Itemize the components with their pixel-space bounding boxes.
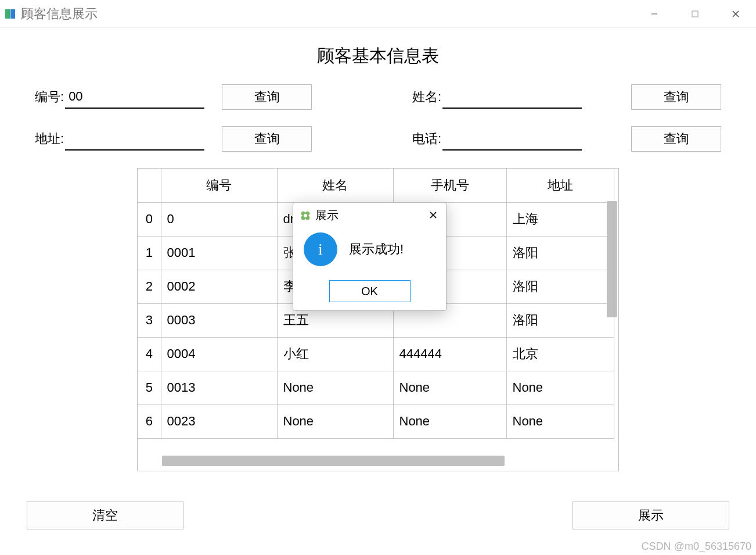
close-button[interactable] xyxy=(715,0,756,27)
page-title: 顾客基本信息表 xyxy=(23,44,733,68)
cell-id[interactable]: 0001 xyxy=(161,236,277,270)
id-field-group: 编号: 查询 xyxy=(35,84,378,110)
address-input[interactable] xyxy=(65,127,204,151)
cell-address[interactable]: None xyxy=(506,404,614,438)
cell-id[interactable]: 0003 xyxy=(161,303,277,337)
window-titlebar: 顾客信息展示 xyxy=(0,0,756,28)
table-row[interactable]: 50013NoneNoneNone xyxy=(138,371,614,404)
address-label: 地址: xyxy=(35,130,64,148)
info-icon: i xyxy=(304,232,337,266)
cell-id[interactable]: 0023 xyxy=(161,404,277,438)
row-index: 5 xyxy=(138,371,161,404)
dialog-titlebar[interactable]: 展示 xyxy=(293,203,446,225)
phone-input[interactable] xyxy=(442,127,582,151)
id-query-button[interactable]: 查询 xyxy=(222,84,312,110)
cell-name[interactable]: None xyxy=(277,404,393,438)
id-input[interactable] xyxy=(65,85,204,109)
bottom-bar: 清空 展示 xyxy=(23,502,733,529)
svg-point-10 xyxy=(304,214,307,217)
name-label: 姓名: xyxy=(412,88,441,106)
table-row[interactable]: 40004小红444444北京 xyxy=(138,337,614,371)
horizontal-scrollbar[interactable] xyxy=(162,456,505,466)
table-corner xyxy=(138,169,161,202)
row-index: 3 xyxy=(138,303,161,337)
row-index: 2 xyxy=(138,270,161,303)
cell-phone[interactable]: None xyxy=(393,404,506,438)
cell-id[interactable]: 0 xyxy=(161,202,277,236)
cell-phone[interactable]: 444444 xyxy=(393,337,506,371)
cell-name[interactable]: 小红 xyxy=(277,337,393,371)
window-title: 顾客信息展示 xyxy=(21,5,98,23)
id-label: 编号: xyxy=(35,88,64,106)
table-row[interactable]: 60023NoneNoneNone xyxy=(138,404,614,438)
filter-row-1: 编号: 查询 姓名: 查询 xyxy=(23,84,733,110)
titlebar-left: 顾客信息展示 xyxy=(5,5,98,23)
cell-address[interactable]: None xyxy=(506,371,614,404)
phone-query-button[interactable]: 查询 xyxy=(631,126,721,152)
row-index: 6 xyxy=(138,404,161,438)
address-query-button[interactable]: 查询 xyxy=(222,126,312,152)
cell-phone[interactable]: None xyxy=(393,371,506,404)
info-dialog: 展示 i 展示成功! OK xyxy=(293,202,447,311)
name-input[interactable] xyxy=(442,85,582,109)
cell-address[interactable]: 洛阳 xyxy=(506,303,614,337)
dialog-footer: OK xyxy=(293,277,446,310)
window-controls xyxy=(634,0,756,27)
phone-label: 电话: xyxy=(412,130,441,148)
row-index: 0 xyxy=(138,202,161,236)
watermark: CSDN @m0_56315670 xyxy=(642,540,751,553)
cell-id[interactable]: 0002 xyxy=(161,270,277,303)
cell-address[interactable]: 洛阳 xyxy=(506,236,614,270)
cell-id[interactable]: 0004 xyxy=(161,337,277,371)
cell-address[interactable]: 洛阳 xyxy=(506,270,614,303)
dialog-ok-button[interactable]: OK xyxy=(329,280,411,302)
svg-rect-3 xyxy=(692,11,698,17)
phone-field-group: 电话: 查询 xyxy=(378,126,721,152)
name-query-button[interactable]: 查询 xyxy=(631,84,721,110)
header-address[interactable]: 地址 xyxy=(506,169,614,202)
cell-address[interactable]: 上海 xyxy=(506,202,614,236)
dialog-title: 展示 xyxy=(315,207,426,223)
clover-icon xyxy=(299,209,312,222)
clear-button[interactable]: 清空 xyxy=(27,502,183,529)
maximize-button[interactable] xyxy=(675,0,715,27)
svg-rect-0 xyxy=(5,9,10,19)
header-name[interactable]: 姓名 xyxy=(277,169,393,202)
dialog-body: i 展示成功! xyxy=(293,225,446,277)
cell-name[interactable]: None xyxy=(277,371,393,404)
dialog-close-button[interactable] xyxy=(426,208,440,223)
name-field-group: 姓名: 查询 xyxy=(378,84,721,110)
app-icon xyxy=(5,8,16,20)
row-index: 1 xyxy=(138,236,161,270)
address-field-group: 地址: 查询 xyxy=(35,126,378,152)
header-phone[interactable]: 手机号 xyxy=(393,169,506,202)
header-id[interactable]: 编号 xyxy=(161,169,277,202)
minimize-button[interactable] xyxy=(634,0,675,27)
row-index: 4 xyxy=(138,337,161,371)
cell-id[interactable]: 0013 xyxy=(161,371,277,404)
filter-row-2: 地址: 查询 电话: 查询 xyxy=(23,126,733,152)
vertical-scrollbar[interactable] xyxy=(607,201,617,317)
cell-address[interactable]: 北京 xyxy=(506,337,614,371)
svg-rect-1 xyxy=(10,9,15,19)
dialog-message: 展示成功! xyxy=(349,241,404,258)
show-button[interactable]: 展示 xyxy=(573,502,729,529)
